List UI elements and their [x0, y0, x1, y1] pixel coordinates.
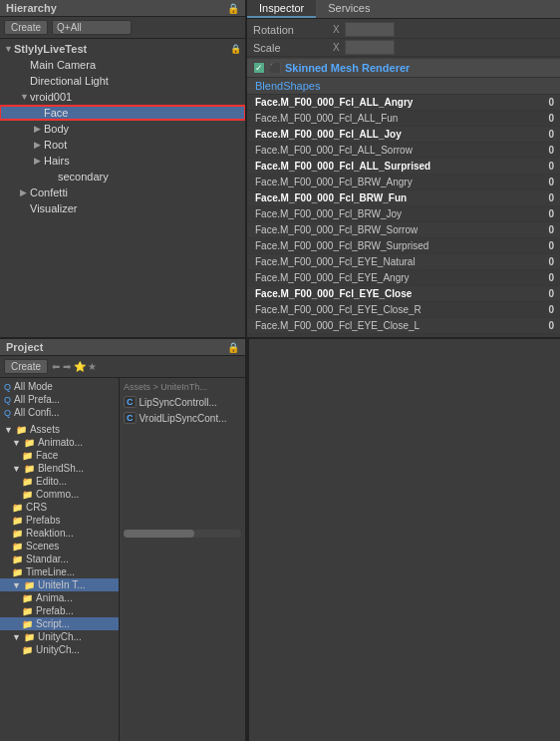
blend-name-15: Face.M_F00_000_Fcl_EYE_Joy [247, 335, 520, 337]
label-allprefa: All Prefa... [14, 394, 60, 405]
blend-row-5[interactable]: Face.M_F00_000_Fcl_BRW_Angry0 [247, 175, 560, 190]
blend-row-4[interactable]: Face.M_F00_000_Fcl_ALL_Surprised0 [247, 159, 560, 175]
project-folder-allprefa[interactable]: Q All Prefa... [0, 393, 119, 406]
project-folder-reaktion[interactable]: 📁 Reaktion... [0, 527, 119, 540]
tree-item-secondary[interactable]: secondary [0, 169, 245, 185]
project-folder-animato[interactable]: ▼ 📁 Animato... [0, 436, 119, 449]
label-scenes: Scenes [26, 541, 59, 552]
project-folder-commo[interactable]: 📁 Commo... [0, 488, 119, 501]
blend-row-8[interactable]: Face.M_F00_000_Fcl_BRW_Sorrow0 [247, 222, 560, 238]
project-folder-crs[interactable]: 📁 CRS [0, 501, 119, 514]
blend-row-1[interactable]: Face.M_F00_000_Fcl_ALL_Fun0 [247, 111, 560, 127]
blend-value-3[interactable]: 0 [520, 145, 560, 156]
blend-value-11[interactable]: 0 [520, 272, 560, 283]
inspector-tabs: Inspector Services [247, 0, 560, 19]
scene-arrow: ▼ [4, 44, 14, 54]
lock-icon: 🔒 [227, 3, 239, 14]
blend-row-11[interactable]: Face.M_F00_000_Fcl_EYE_Angry0 [247, 270, 560, 286]
blend-value-4[interactable]: 0 [520, 161, 560, 172]
hierarchy-create-button[interactable]: Create [4, 20, 48, 35]
blend-name-1: Face.M_F00_000_Fcl_ALL_Fun [247, 112, 520, 125]
asset-vroidlipsync[interactable]: C VroidLipSyncCont... [120, 410, 245, 426]
folder-icon-prefab: 📁 [22, 606, 33, 616]
bottom-right-panel [247, 339, 560, 741]
hierarchy-search-input[interactable] [52, 20, 132, 35]
rotation-x-input[interactable]: 0 [345, 22, 395, 37]
blend-value-6[interactable]: 0 [520, 192, 560, 203]
tree-item-root[interactable]: ▶ Root [0, 137, 245, 153]
blend-name-8: Face.M_F00_000_Fcl_BRW_Sorrow [247, 223, 520, 236]
component-title: Skinned Mesh Renderer [285, 62, 410, 74]
blend-value-12[interactable]: 0 [520, 288, 560, 299]
project-assets-root[interactable]: ▼ 📁 Assets [0, 423, 119, 436]
blend-row-13[interactable]: Face.M_F00_000_Fcl_EYE_Close_R0 [247, 302, 560, 318]
arrow-blendsh: ▼ [12, 464, 21, 474]
project-folder-allconfi[interactable]: Q All Confi... [0, 406, 119, 419]
blend-row-14[interactable]: Face.M_F00_000_Fcl_EYE_Close_L0 [247, 318, 560, 334]
blend-row-15[interactable]: Face.M_F00_000_Fcl_EYE_Joy100 [247, 334, 560, 337]
label-allmode: All Mode [14, 381, 53, 392]
component-checkbox[interactable]: ✓ [253, 62, 265, 74]
project-folder-allmode[interactable]: Q All Mode [0, 380, 119, 393]
project-folder-prefab[interactable]: 📁 Prefab... [0, 604, 119, 617]
blend-value-13[interactable]: 0 [520, 304, 560, 315]
tab-services[interactable]: Services [316, 0, 382, 18]
blend-value-14[interactable]: 0 [520, 320, 560, 331]
blend-row-6[interactable]: Face.M_F00_000_Fcl_BRW_Fun0 [247, 190, 560, 206]
blend-row-2[interactable]: Face.M_F00_000_Fcl_ALL_Joy0 [247, 127, 560, 143]
project-create-button[interactable]: Create [4, 359, 48, 374]
asset-lipsync[interactable]: C LipSyncControll... [120, 394, 245, 410]
blend-value-9[interactable]: 0 [520, 240, 560, 251]
blend-value-15[interactable]: 100 [520, 336, 560, 337]
blend-shapes-header[interactable]: BlendShapes [247, 78, 560, 95]
tree-item-confetti[interactable]: ▶ Confetti [0, 185, 245, 200]
arrow-body: ▶ [34, 124, 44, 134]
folder-icon-scenes: 📁 [12, 542, 23, 552]
scale-x-input[interactable]: 1 [345, 40, 395, 55]
hierarchy-toolbar: Create [0, 17, 245, 39]
project-folder-script[interactable]: 📁 Script... [0, 617, 119, 630]
project-folder-edito[interactable]: 📁 Edito... [0, 475, 119, 488]
label-unitych1: UnityCh... [38, 631, 82, 642]
blend-value-1[interactable]: 0 [520, 113, 560, 124]
project-header: Project 🔒 [0, 339, 245, 356]
blend-row-12[interactable]: Face.M_F00_000_Fcl_EYE_Close0 [247, 286, 560, 302]
tree-item-body[interactable]: ▶ Body [0, 121, 245, 137]
project-folder-standar[interactable]: 📁 Standar... [0, 553, 119, 565]
label-timeline: TimeLine... [26, 566, 75, 577]
project-folder-anima[interactable]: 📁 Anima... [0, 591, 119, 604]
blend-value-5[interactable]: 0 [520, 177, 560, 187]
tree-item-directional-light[interactable]: Directional Light [0, 73, 245, 89]
tree-item-face[interactable]: Face [0, 105, 245, 121]
project-toolbar-icons: ⬅ ➡ ⭐ ★ [52, 361, 97, 372]
blend-value-7[interactable]: 0 [520, 208, 560, 219]
blend-value-10[interactable]: 0 [520, 256, 560, 267]
tree-item-main-camera[interactable]: Main Camera [0, 57, 245, 73]
project-folder-blendsh[interactable]: ▼ 📁 BlendSh... [0, 462, 119, 475]
project-folder-scenes[interactable]: 📁 Scenes [0, 540, 119, 553]
blend-row-9[interactable]: Face.M_F00_000_Fcl_BRW_Surprised0 [247, 238, 560, 254]
project-folder-uniteint[interactable]: ▼ 📁 UniteIn T... [0, 578, 119, 591]
project-folder-face[interactable]: 📁 Face [0, 449, 119, 462]
blend-value-0[interactable]: 0 [520, 97, 560, 108]
blend-value-8[interactable]: 0 [520, 224, 560, 235]
tree-item-vroid001[interactable]: ▼ vroid001 [0, 89, 245, 105]
rotation-label: Rotation [253, 24, 333, 36]
project-folder-unitych2[interactable]: 📁 UnityCh... [0, 643, 119, 656]
blend-value-2[interactable]: 0 [520, 129, 560, 140]
tree-item-visualizer[interactable]: Visualizer [0, 200, 245, 216]
project-folder-timeline[interactable]: 📁 TimeLine... [0, 565, 119, 578]
project-folder-unitych1[interactable]: ▼ 📁 UnityCh... [0, 630, 119, 643]
blend-row-0[interactable]: Face.M_F00_000_Fcl_ALL_Angry0 [247, 95, 560, 111]
blend-row-7[interactable]: Face.M_F00_000_Fcl_BRW_Joy0 [247, 206, 560, 222]
tree-item-hairs[interactable]: ▶ Hairs [0, 153, 245, 169]
project-folder-prefabs[interactable]: 📁 Prefabs [0, 514, 119, 527]
blend-name-3: Face.M_F00_000_Fcl_ALL_Sorrow [247, 144, 520, 157]
scrollbar-thumb-project[interactable] [124, 530, 194, 538]
label-commo: Commo... [36, 489, 79, 500]
label-secondary: secondary [58, 171, 109, 183]
tab-inspector[interactable]: Inspector [247, 0, 316, 18]
blend-row-10[interactable]: Face.M_F00_000_Fcl_EYE_Natural0 [247, 254, 560, 270]
blend-row-3[interactable]: Face.M_F00_000_Fcl_ALL_Sorrow0 [247, 143, 560, 159]
tree-item-scene[interactable]: ▼ StlylyLiveTest 🔒 [0, 41, 245, 57]
